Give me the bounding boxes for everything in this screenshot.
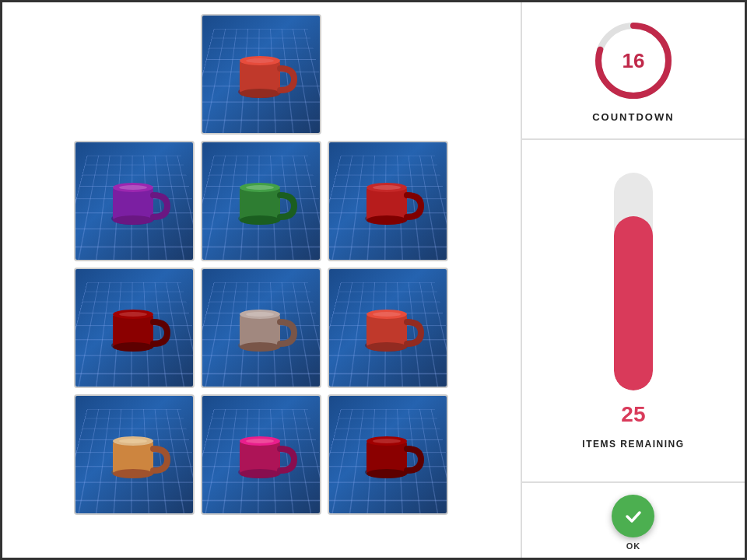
countdown-section: 16 COUNTDOWN (522, 2, 745, 140)
svg-point-33 (366, 342, 407, 352)
svg-point-29 (246, 312, 274, 317)
mug-cell-r2c2[interactable] (201, 268, 321, 388)
svg-rect-26 (240, 314, 280, 347)
svg-rect-21 (113, 314, 153, 347)
svg-point-43 (240, 469, 280, 478)
mug-cell-r3c3[interactable] (328, 394, 448, 515)
mug-cell-top[interactable] (201, 14, 321, 135)
svg-point-38 (113, 469, 153, 478)
svg-rect-6 (113, 187, 153, 220)
mug-cell-r1c3[interactable] (328, 141, 448, 261)
svg-rect-41 (240, 441, 280, 474)
mug-cell-r1c2[interactable] (201, 141, 321, 261)
mug-grid-panel (2, 2, 521, 560)
ok-section: OK (522, 483, 745, 560)
ok-button[interactable] (612, 495, 654, 537)
mug-cell-r2c3[interactable] (328, 268, 448, 388)
countdown-timer: 16 (591, 18, 676, 103)
right-panel: 16 COUNTDOWN 25 ITEMS REMAINING OK (521, 2, 745, 560)
items-remaining-label: ITEMS REMAINING (582, 439, 684, 450)
svg-point-19 (373, 185, 401, 190)
svg-point-34 (373, 312, 401, 317)
progress-bar-container (614, 173, 653, 390)
progress-section: 25 ITEMS REMAINING (522, 140, 745, 483)
svg-point-13 (240, 215, 280, 225)
svg-point-44 (246, 439, 274, 443)
svg-point-9 (119, 185, 147, 190)
svg-rect-31 (366, 314, 407, 347)
mug-row-1 (74, 141, 448, 261)
svg-point-24 (119, 312, 147, 317)
svg-point-48 (366, 469, 407, 478)
svg-rect-36 (113, 441, 153, 474)
mug-row-3 (74, 394, 448, 515)
items-remaining-number: 25 (621, 402, 645, 427)
mug-cell-r1c1[interactable] (74, 141, 195, 261)
svg-rect-16 (366, 187, 407, 220)
mug-cell-r3c2[interactable] (201, 394, 321, 515)
svg-point-4 (246, 58, 274, 63)
svg-point-8 (113, 215, 153, 225)
svg-rect-1 (240, 61, 280, 93)
svg-rect-11 (240, 187, 280, 220)
mug-cell-r2c1[interactable] (74, 268, 195, 388)
svg-point-3 (240, 89, 280, 98)
mug-row-2 (74, 268, 448, 388)
svg-rect-46 (366, 441, 407, 474)
progress-bar-fill (614, 216, 653, 390)
countdown-number: 16 (622, 49, 644, 73)
svg-point-49 (373, 439, 401, 443)
mug-row-0 (201, 14, 321, 135)
svg-point-28 (240, 342, 280, 352)
mug-cell-r3c1[interactable] (74, 394, 195, 515)
svg-point-39 (119, 439, 147, 443)
countdown-label: COUNTDOWN (592, 111, 674, 123)
svg-point-18 (366, 215, 407, 225)
svg-point-23 (113, 342, 153, 352)
ok-label: OK (626, 541, 641, 551)
svg-point-14 (246, 185, 274, 190)
